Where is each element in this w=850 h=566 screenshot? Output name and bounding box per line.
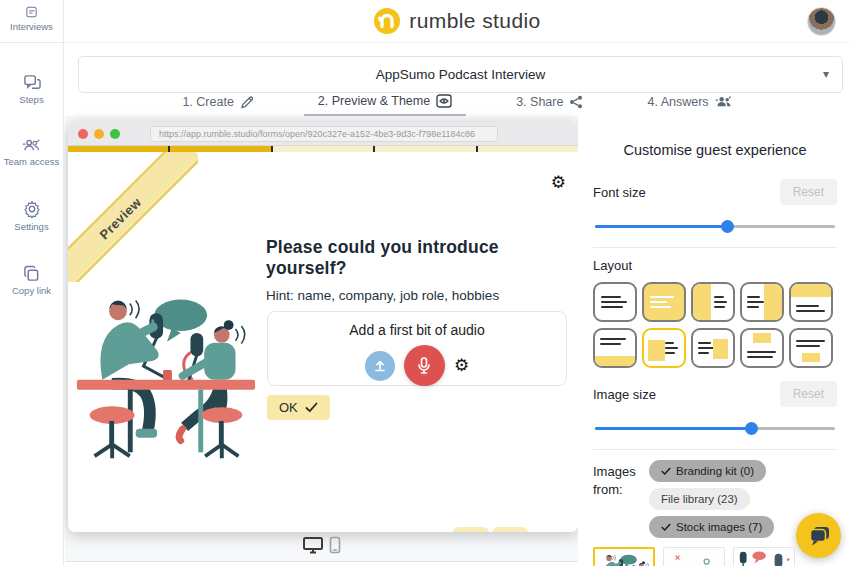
sidebar-item-label: Copy link <box>12 285 51 297</box>
slider-thumb[interactable] <box>745 422 758 435</box>
sidebar-item-label: Steps <box>19 94 43 106</box>
rumble-logo-icon <box>373 7 401 35</box>
thumbnail-confetti-pattern[interactable] <box>663 547 725 566</box>
microphone-doodles-thumb <box>734 548 794 566</box>
tab-share[interactable]: 3. Share <box>502 93 597 116</box>
layout-option[interactable] <box>789 328 833 368</box>
sidebar-item-team-access[interactable]: Team access <box>0 129 63 177</box>
font-size-reset-button[interactable]: Reset <box>780 179 837 205</box>
upload-icon <box>373 359 387 373</box>
close-icon[interactable] <box>78 129 88 139</box>
tab-answers[interactable]: 4. Answers <box>633 93 745 116</box>
interview-title: AppSumo Podcast Interview <box>376 67 546 82</box>
layout-option[interactable] <box>642 282 686 322</box>
copy-link-icon <box>23 265 40 282</box>
image-size-slider[interactable] <box>595 421 835 435</box>
tab-label: 4. Answers <box>647 95 708 109</box>
layout-grid <box>593 282 837 368</box>
steps-icon <box>23 74 41 91</box>
team-access-icon <box>22 138 41 153</box>
answers-icon <box>715 95 732 108</box>
sidebar-item-copy-link[interactable]: Copy link <box>0 256 63 306</box>
check-icon <box>661 523 671 532</box>
tab-preview-theme[interactable]: 2. Preview & Theme <box>304 93 466 116</box>
preview-ribbon-label: Preview <box>68 152 198 282</box>
podcast-illustration <box>73 285 259 463</box>
sidebar-item-label: Team access <box>4 156 59 168</box>
settings-icon <box>23 200 41 218</box>
sidebar-item-settings[interactable]: Settings <box>0 191 63 242</box>
slider-thumb[interactable] <box>721 220 734 233</box>
confetti-pattern-thumb <box>664 548 724 566</box>
layout-option[interactable] <box>789 282 833 322</box>
maximize-icon[interactable] <box>110 129 120 139</box>
font-size-label: Font size <box>593 185 646 200</box>
live-chat-button[interactable] <box>796 513 841 558</box>
chip-label: File library (23) <box>661 493 738 505</box>
images-from-label: Images from: <box>593 460 641 498</box>
brand-name: rumble studio <box>409 9 540 33</box>
microphone-icon <box>416 357 432 375</box>
layout-option[interactable] <box>740 282 784 322</box>
browser-chrome: https://app.rumble.studio/forms/open/920… <box>68 122 578 146</box>
layout-option[interactable] <box>740 328 784 368</box>
chevron-down-icon: ▾ <box>823 67 829 81</box>
chip-label: Stock images (7) <box>676 521 762 533</box>
tab-label: 2. Preview & Theme <box>318 94 430 108</box>
tab-create[interactable]: 1. Create <box>168 93 267 116</box>
brand-logo: rumble studio <box>373 7 540 35</box>
image-size-reset-button[interactable]: Reset <box>780 381 837 407</box>
layout-option[interactable] <box>642 328 686 368</box>
phone-icon <box>329 536 341 554</box>
divider <box>593 247 837 248</box>
chat-bubble-icon <box>807 525 831 547</box>
previous-question-button[interactable] <box>453 527 489 532</box>
preview-icon <box>436 94 452 108</box>
thumbnail-microphone-doodles[interactable] <box>733 547 795 566</box>
chip-file-library[interactable]: File library (23) <box>649 488 750 510</box>
share-icon <box>569 95 583 109</box>
font-size-slider[interactable] <box>595 219 835 233</box>
url-bar[interactable]: https://app.rumble.studio/forms/open/920… <box>150 126 498 142</box>
desktop-preview-button[interactable] <box>302 536 324 554</box>
question-settings-gear-icon[interactable]: ⚙ <box>551 174 566 191</box>
tab-label: 1. Create <box>182 95 233 109</box>
upload-audio-button[interactable] <box>365 351 395 381</box>
chip-branding-kit[interactable]: Branding kit (0) <box>649 460 766 482</box>
customise-panel: Customise guest experience Font size Res… <box>578 116 850 562</box>
record-audio-button[interactable] <box>404 345 445 386</box>
pencil-icon <box>240 95 254 109</box>
mobile-preview-button[interactable] <box>329 536 341 554</box>
divider <box>593 449 837 450</box>
podcast-illustration-thumb <box>595 549 653 566</box>
layout-option[interactable] <box>593 328 637 368</box>
sidebar-item-steps[interactable]: Steps <box>0 65 63 115</box>
sidebar-item-interviews[interactable]: Interviews <box>0 0 63 43</box>
monitor-icon <box>302 536 324 554</box>
ok-label: OK <box>279 400 298 415</box>
interviews-icon <box>23 6 40 18</box>
panel-title: Customise guest experience <box>593 142 837 158</box>
user-avatar[interactable] <box>807 7 836 36</box>
thumbnail-podcast-illustration[interactable] <box>593 547 655 566</box>
question-hint: Hint: name, company, job role, hobbies <box>266 288 578 303</box>
sidebar-item-label: Settings <box>14 221 48 233</box>
next-question-button[interactable] <box>492 527 528 532</box>
question-nav <box>453 527 528 532</box>
ok-button[interactable]: OK <box>267 395 330 420</box>
preview-stage: https://app.rumble.studio/forms/open/920… <box>65 116 578 562</box>
interview-title-dropdown[interactable]: AppSumo Podcast Interview ▾ <box>78 56 843 93</box>
layout-option[interactable] <box>593 282 637 322</box>
audio-settings-gear-icon[interactable]: ⚙ <box>454 357 469 374</box>
check-icon <box>661 467 671 476</box>
image-size-label: Image size <box>593 387 656 402</box>
audio-prompt: Add a first bit of audio <box>268 322 566 338</box>
question-title: Please could you introduce yourself? <box>266 237 578 279</box>
layout-option[interactable] <box>691 282 735 322</box>
app-header: rumble studio <box>64 0 850 43</box>
chip-stock-images[interactable]: Stock images (7) <box>649 516 774 538</box>
layout-option[interactable] <box>691 328 735 368</box>
check-icon <box>305 402 318 413</box>
minimize-icon[interactable] <box>94 129 104 139</box>
sidebar: Interviews Steps Team access <box>0 0 64 566</box>
